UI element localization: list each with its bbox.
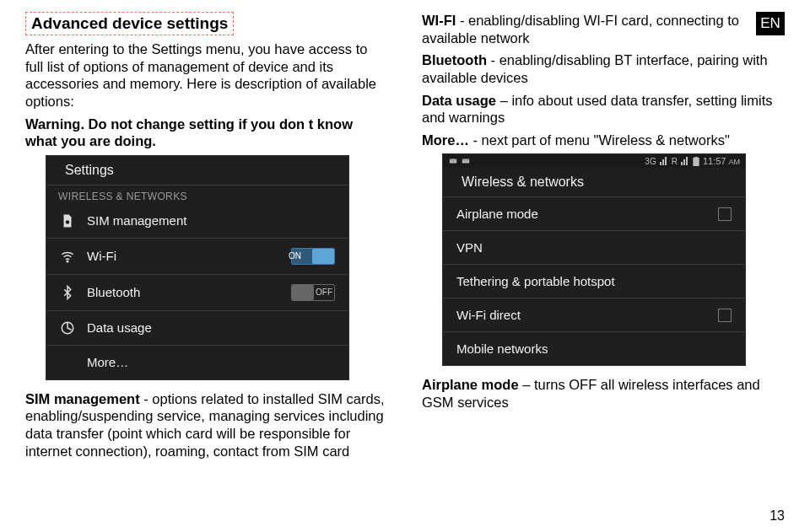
- svg-rect-7: [693, 158, 699, 166]
- battery-icon: [693, 157, 699, 166]
- data-usage-row[interactable]: Data usage: [46, 311, 348, 346]
- status-time: 11:57 AM: [703, 156, 740, 166]
- row-label: Bluetooth: [87, 285, 279, 299]
- row-label: Wi-Fi direct: [456, 308, 706, 322]
- left-column: Advanced device settings After entering …: [25, 12, 388, 465]
- intro-paragraph: After entering to the Settings menu, you…: [25, 40, 388, 110]
- more-row[interactable]: More…: [46, 346, 348, 379]
- bluetooth-toggle[interactable]: OFF: [291, 284, 335, 301]
- row-label: Airplane mode: [456, 207, 706, 221]
- svg-point-5: [67, 261, 68, 262]
- wifi-icon: [60, 249, 75, 264]
- row-label: Tethering & portable hotspot: [456, 274, 732, 288]
- airplane-checkbox[interactable]: [718, 207, 732, 221]
- warning-paragraph: Warning. Do not change setting if you do…: [25, 116, 388, 150]
- blank-icon: [60, 355, 75, 370]
- phone-title: Settings: [65, 163, 114, 178]
- more-description: More… - next part of menu "Wireless & ne…: [422, 132, 785, 149]
- tethering-row[interactable]: Tethering & portable hotspot: [443, 265, 745, 298]
- wifi-description: WI-FI - enabling/disabling WI-FI card, c…: [422, 12, 785, 46]
- right-column: WI-FI - enabling/disabling WI-FI card, c…: [422, 12, 785, 465]
- section-label: WIRELESS & NETWORKS: [46, 185, 348, 204]
- sim-management-description: SIM management - options related to inst…: [25, 390, 388, 460]
- section-heading: Advanced device settings: [25, 12, 234, 35]
- airplane-mode-description: Airplane mode – turns OFF all wireless i…: [422, 376, 785, 411]
- status-left-icons: [448, 157, 471, 165]
- settings-screenshot: Settings WIRELESS & NETWORKS SIM managem…: [46, 155, 349, 380]
- vpn-row[interactable]: VPN: [443, 231, 745, 265]
- bluetooth-row[interactable]: Bluetooth OFF: [46, 275, 348, 311]
- svg-point-4: [66, 220, 70, 224]
- row-label: SIM management: [87, 213, 335, 228]
- wireless-networks-screenshot: 3G R 11:57 AM Wireless & networks Airpla…: [442, 153, 746, 366]
- phone-title-bar: Settings: [46, 156, 348, 185]
- bluetooth-icon: [60, 285, 75, 300]
- two-column-layout: Advanced device settings After entering …: [25, 12, 785, 465]
- status-bar: 3G R 11:57 AM: [443, 154, 745, 168]
- wifi-direct-checkbox[interactable]: [718, 309, 732, 322]
- data-usage-icon: [60, 320, 75, 336]
- sim-icon: [60, 213, 75, 228]
- data-usage-description: Data usage – info about used data transf…: [422, 92, 785, 126]
- row-label: Data usage: [87, 320, 335, 335]
- phone-title-bar: Wireless & networks: [443, 168, 745, 197]
- bluetooth-description: Bluetooth - enabling/disabling BT interf…: [422, 51, 785, 86]
- page-number: 13: [770, 508, 785, 524]
- wifi-toggle[interactable]: ON: [291, 248, 335, 265]
- svg-rect-8: [694, 157, 698, 158]
- signal-icon: 3G: [645, 157, 656, 166]
- sim-management-row[interactable]: SIM management: [46, 204, 348, 239]
- phone-title: Wireless & networks: [462, 175, 584, 190]
- row-label: Mobile networks: [456, 341, 732, 356]
- wifi-row[interactable]: Wi-Fi ON: [46, 239, 348, 275]
- row-label: Wi-Fi: [87, 249, 279, 263]
- signal-bars-icon: [681, 157, 689, 165]
- row-label: More…: [87, 355, 335, 369]
- airplane-mode-row[interactable]: Airplane mode: [443, 197, 745, 231]
- wifi-direct-row[interactable]: Wi-Fi direct: [443, 298, 745, 332]
- row-label: VPN: [456, 240, 732, 255]
- language-tag: EN: [756, 12, 785, 35]
- signal-bars-icon: [660, 157, 668, 165]
- mobile-networks-row[interactable]: Mobile networks: [443, 332, 745, 365]
